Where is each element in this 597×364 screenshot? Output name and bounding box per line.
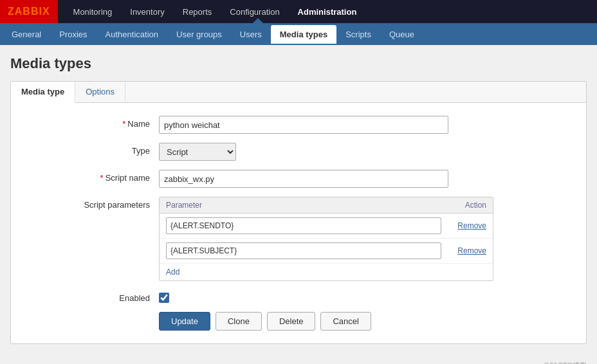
footer: @51CTO博客 [0,354,597,364]
tab-options[interactable]: Options [75,82,125,102]
form-buttons: Update Clone Delete Cancel [30,312,567,331]
form-row-name: *Name [30,116,567,134]
form-row-type: Type Email SMS Jabber Ez Texting Script [30,143,567,161]
enabled-checkbox-wrap [159,293,169,303]
top-nav-items: Monitoring Inventory Reports Configurati… [64,2,366,22]
script-params-label: Script parameters [30,197,159,210]
param-row-0: Remove [160,214,493,239]
form-row-enabled: Enabled [30,290,567,303]
clone-button[interactable]: Clone [216,312,262,331]
param-row-1: Remove [160,239,493,264]
nav-item-administration[interactable]: Administration [289,2,366,22]
top-navigation: ZABBIX Monitoring Inventory Reports Conf… [0,0,597,23]
card-body: *Name Type Email SMS Jabber Ez Texting S… [11,103,586,343]
name-input[interactable] [159,116,448,134]
subnav-item-media-types[interactable]: Media types [271,25,336,44]
enabled-checkbox[interactable] [159,293,169,303]
update-button[interactable]: Update [159,312,210,331]
subnav-item-queue[interactable]: Queue [380,25,423,44]
nav-item-inventory[interactable]: Inventory [121,2,173,22]
param-column-header: Parameter [166,201,435,210]
delete-button[interactable]: Delete [267,312,316,331]
param-input-0[interactable] [166,217,441,234]
form-row-script-name: *Script name [30,170,567,188]
form-row-script-params: Script parameters Parameter Action Remov… [30,197,567,281]
subnav-item-general[interactable]: General [3,25,50,44]
nav-item-reports[interactable]: Reports [174,2,221,22]
subnav-item-proxies[interactable]: Proxies [50,25,96,44]
remove-btn-1[interactable]: Remove [448,246,486,255]
card-tabs: Media type Options [11,82,586,103]
nav-item-monitoring[interactable]: Monitoring [64,2,122,22]
params-header: Parameter Action [160,197,493,214]
cancel-button[interactable]: Cancel [320,312,371,331]
enabled-label: Enabled [30,290,159,303]
page-title: Media types [10,55,587,72]
params-table: Parameter Action Remove Remove Add [159,197,493,281]
remove-btn-0[interactable]: Remove [448,221,486,230]
main-card: Media type Options *Name Type Email [10,81,587,344]
sub-navigation: General Proxies Authentication User grou… [0,23,597,45]
action-column-header: Action [435,201,486,210]
type-select[interactable]: Email SMS Jabber Ez Texting Script [159,143,236,161]
page-container: Media types Media type Options *Name Typ… [0,45,597,354]
script-name-input[interactable] [159,170,448,188]
subnav-item-authentication[interactable]: Authentication [96,25,167,44]
param-input-1[interactable] [166,242,441,259]
script-name-label: *Script name [30,170,159,183]
subnav-item-scripts[interactable]: Scripts [336,25,380,44]
type-label: Type [30,143,159,156]
logo[interactable]: ZABBIX [0,0,58,23]
nav-triangle [253,18,263,23]
tab-media-type[interactable]: Media type [11,82,75,103]
type-select-wrap: Email SMS Jabber Ez Texting Script [159,143,236,161]
subnav-item-users[interactable]: Users [231,25,271,44]
name-label: *Name [30,116,159,129]
subnav-item-user-groups[interactable]: User groups [167,25,231,44]
add-param-link[interactable]: Add [160,264,493,280]
